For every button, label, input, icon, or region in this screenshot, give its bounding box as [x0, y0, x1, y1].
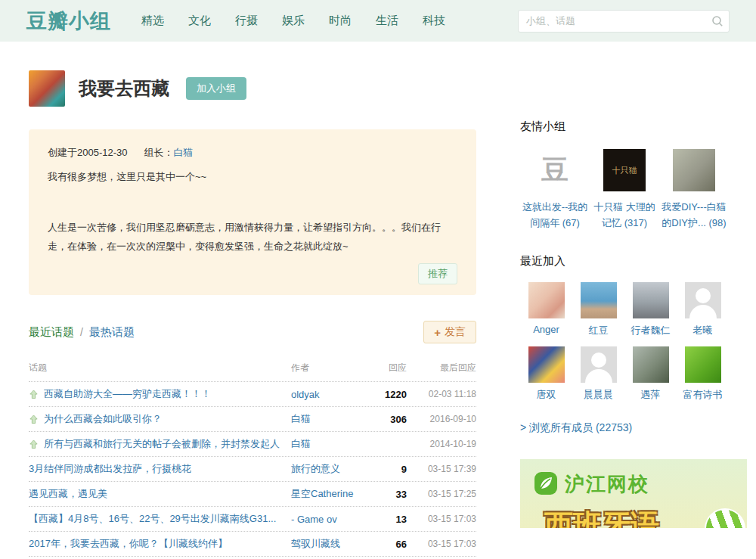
last-reply-time: 03-15 17:03 [407, 539, 476, 549]
avatar[interactable] [528, 282, 565, 318]
avatar-placeholder[interactable] [685, 282, 721, 318]
group-description-line2: 人生是一次苦修，我们用坚忍磨砺意志，用激情获得力量，让希望指引方向。。。我们在行… [48, 219, 457, 256]
nav-item-entertainment[interactable]: 娱乐 [282, 14, 305, 28]
hujiang-leaf-icon [534, 471, 558, 498]
nav-item-culture[interactable]: 文化 [188, 14, 211, 28]
friend-group-link[interactable]: 我爱DIY---白猫的DIY护... (98) [659, 199, 729, 231]
member-link[interactable]: 唐双 [520, 388, 572, 402]
member-link[interactable]: 富有诗书 [677, 388, 729, 402]
group-owner-label: 组长： [144, 147, 174, 158]
avatar[interactable] [528, 346, 565, 383]
member-link[interactable]: 老曦 [677, 324, 729, 337]
reply-count: 66 [370, 539, 407, 550]
topics-table: 话题 作者 回应 最后回应 西藏自助游大全——穷驴走西藏！！！ oldyak 1… [29, 362, 476, 559]
author-link[interactable]: 旅行的意义 [291, 463, 340, 474]
group-owner-link[interactable]: 白猫 [174, 147, 194, 158]
group-thumbnail[interactable] [673, 149, 715, 191]
topic-link[interactable]: 所有与西藏和旅行无关的帖子会被删除，并封禁发起人 [44, 437, 280, 451]
friend-groups-title: 友情小组 [520, 120, 747, 134]
col-author: 作者 [291, 362, 370, 374]
nav-item-travel-photo[interactable]: 行摄 [235, 14, 258, 28]
author-link[interactable]: - Game ov [291, 514, 337, 525]
topics-table-header: 话题 作者 回应 最后回应 [29, 362, 476, 382]
group-title: 我要去西藏 [79, 76, 169, 101]
member-item: 遇萍 [624, 346, 677, 402]
pinned-arrow-icon [29, 390, 39, 399]
join-group-button[interactable]: 加入小组 [186, 77, 246, 100]
last-reply-time: 03-15 17:39 [407, 464, 476, 474]
avatar[interactable] [633, 282, 669, 318]
search-icon[interactable] [711, 15, 723, 30]
douban-groups-logo[interactable]: 豆瓣小组 [26, 8, 111, 35]
pinned-arrow-icon [29, 415, 39, 424]
friend-group-item: 豆 这就出发--我的间隔年 (67) [520, 149, 590, 231]
author-link[interactable]: 白猫 [291, 413, 311, 424]
top-nav: 精选 文化 行摄 娱乐 时尚 生活 科技 [141, 14, 445, 28]
member-link[interactable]: 遇萍 [624, 388, 677, 402]
table-row: 所有与西藏和旅行无关的帖子会被删除，并封禁发起人 白猫 2014-10-19 [29, 432, 476, 457]
avatar-placeholder[interactable] [581, 346, 617, 383]
new-post-button[interactable]: +发言 [423, 321, 476, 343]
tab-separator: / [80, 326, 83, 338]
recent-members-title: 最近加入 [520, 254, 747, 269]
topic-link[interactable]: 西藏自助游大全——穷驴走西藏！！！ [44, 387, 211, 401]
site-header: 豆瓣小组 精选 文化 行摄 娱乐 时尚 生活 科技 [0, 0, 756, 42]
nav-item-fashion[interactable]: 时尚 [329, 14, 352, 28]
recommend-button[interactable]: 推荐 [418, 263, 457, 284]
table-row: 西藏自助游大全——穷驴走西藏！！！ oldyak 1220 02-03 11:1… [29, 382, 476, 407]
hujiang-ad-banner[interactable]: 沪江网校 西班牙语 [520, 459, 747, 528]
nav-item-tech[interactable]: 科技 [423, 14, 445, 28]
avatar[interactable] [685, 346, 721, 383]
table-row: 2017年，我要去西藏，你呢？【川藏线约伴】 驾驭川藏线 66 03-15 17… [29, 532, 476, 557]
author-link[interactable]: 白猫 [291, 438, 311, 449]
member-link[interactable]: 红豆 [572, 324, 624, 337]
member-item: 红豆 [572, 282, 624, 337]
topic-link[interactable]: 2017年，我要去西藏，你呢？【川藏线约伴】 [29, 537, 228, 551]
avatar[interactable] [633, 346, 669, 383]
col-last-reply: 最后回应 [407, 362, 476, 374]
reply-count: 9 [370, 464, 407, 475]
member-link[interactable]: 行者魏仁 [624, 324, 677, 337]
nav-item-featured[interactable]: 精选 [141, 14, 164, 28]
table-row: 为什么西藏会如此吸引你？ 白猫 306 2016-09-10 [29, 407, 476, 432]
last-reply-time: 03-15 17:25 [407, 489, 476, 499]
topic-link[interactable]: 遇见西藏，遇见美 [29, 487, 107, 501]
author-link[interactable]: oldyak [291, 389, 320, 400]
tab-recent-topics[interactable]: 最近话题 [29, 325, 74, 340]
reply-count: 13 [370, 514, 407, 525]
group-thumbnail[interactable]: 豆 [534, 149, 576, 191]
avatar[interactable] [581, 282, 617, 318]
ad-brand-name: 沪江网校 [565, 471, 649, 498]
table-row: 遇见西藏，遇见美 星空Catherine 33 03-15 17:25 [29, 482, 476, 507]
friend-group-item: 我爱DIY---白猫的DIY护... (98) [659, 149, 729, 231]
member-link[interactable]: Anger [520, 324, 572, 335]
reply-count: 33 [370, 489, 407, 500]
friend-group-link[interactable]: 十只猫 大理的记忆 (317) [590, 199, 659, 231]
member-item: 唐双 [520, 346, 572, 402]
last-reply-time: 02-03 11:18 [407, 389, 476, 399]
group-thumbnail[interactable]: 十只猫 [603, 149, 646, 191]
friend-group-item: 十只猫 十只猫 大理的记忆 (317) [590, 149, 659, 231]
col-replies: 回应 [370, 362, 407, 374]
group-avatar [29, 70, 65, 107]
nav-item-life[interactable]: 生活 [376, 14, 398, 28]
table-row: 3月结伴同游成都出发拉萨，行摄桃花 旅行的意义 9 03-15 17:39 [29, 457, 476, 482]
friend-group-link[interactable]: 这就出发--我的间隔年 (67) [520, 199, 590, 231]
topic-link[interactable]: 【西藏】4月8号、16号、22号、29号出发川藏南线G31... [29, 512, 276, 526]
member-link[interactable]: 晨晨晨 [572, 388, 624, 402]
col-title: 话题 [29, 362, 291, 374]
member-item: Anger [520, 282, 572, 337]
group-description-line1: 我有很多梦想，这里只是其中一个~~ [48, 170, 457, 184]
tab-hot-topics[interactable]: 最热话题 [89, 325, 135, 340]
last-reply-time: 03-15 17:03 [407, 514, 476, 524]
group-created-date: 创建于2005-12-30 [48, 147, 128, 158]
search-input[interactable] [518, 10, 730, 33]
reply-count: 306 [370, 414, 407, 425]
member-item: 富有诗书 [677, 346, 729, 402]
author-link[interactable]: 星空Catherine [291, 488, 353, 499]
author-link[interactable]: 驾驭川藏线 [291, 538, 340, 549]
topic-link[interactable]: 3月结伴同游成都出发拉萨，行摄桃花 [29, 462, 191, 476]
pinned-arrow-icon [29, 439, 39, 449]
topic-link[interactable]: 为什么西藏会如此吸引你？ [44, 412, 162, 426]
browse-all-members-link[interactable]: > 浏览所有成员 (22753) [520, 421, 747, 435]
